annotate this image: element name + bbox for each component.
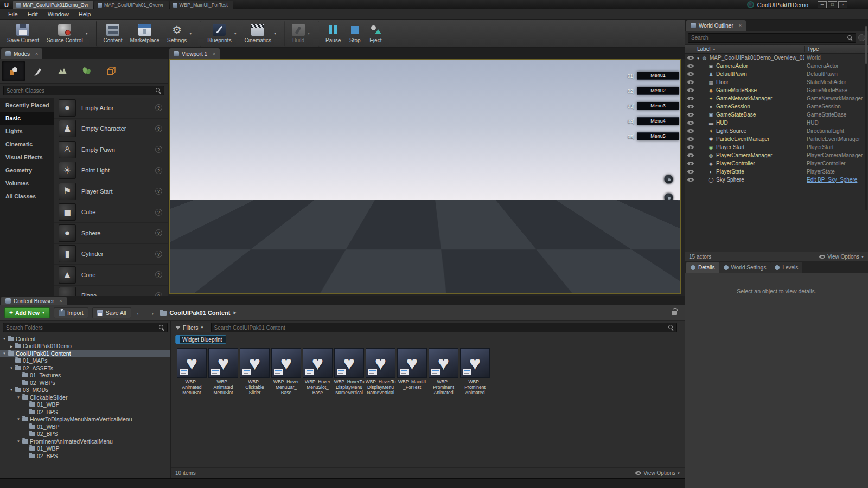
outliner-row[interactable]: ◎ PlayerCameraManager PlayerCameraManage… bbox=[685, 151, 868, 159]
visibility-eye-icon[interactable] bbox=[687, 137, 694, 141]
toolbar-button[interactable]: Eject ▼ bbox=[365, 21, 386, 47]
outliner-row[interactable]: ◉ Player Start PlayerStart bbox=[685, 143, 868, 151]
folder-tree-row[interactable]: 02_BPS bbox=[0, 431, 170, 438]
type-column-header[interactable]: Type bbox=[804, 46, 868, 52]
menu-item[interactable]: Help bbox=[74, 9, 96, 20]
visibility-eye-icon[interactable] bbox=[687, 121, 694, 125]
outliner-row[interactable]: ▣ GameStateBase GameStateBase bbox=[685, 111, 868, 119]
help-icon[interactable]: ? bbox=[155, 167, 162, 174]
placeable-item[interactable]: ▮ Cylinder ? bbox=[54, 244, 168, 265]
help-icon[interactable]: ? bbox=[155, 125, 162, 132]
folder-tree-row[interactable]: ▶ CoolUIPak01Demo bbox=[0, 343, 170, 350]
add-new-button[interactable]: + Add New ▼ bbox=[4, 307, 50, 318]
outliner-row[interactable]: ✱ ParticleEventManager ParticleEventMana… bbox=[685, 135, 868, 143]
tree-expander-arrow[interactable]: ▼ bbox=[16, 440, 21, 443]
placeable-item[interactable]: ☀ Point Light ? bbox=[54, 160, 168, 182]
slider-dot[interactable] bbox=[376, 253, 380, 256]
visibility-eye-icon[interactable] bbox=[687, 145, 694, 149]
visibility-eye-icon[interactable] bbox=[687, 162, 694, 165]
toolbar-button[interactable]: Pause ▼ bbox=[318, 21, 344, 47]
modes-category[interactable]: Geometry bbox=[0, 164, 54, 177]
search-assets-input[interactable] bbox=[214, 325, 666, 331]
outliner-row[interactable]: ▦ Floor StaticMeshActor bbox=[685, 78, 868, 86]
help-icon[interactable]: ? bbox=[155, 292, 162, 296]
toolbar-button[interactable]: Build ▼ bbox=[284, 21, 314, 47]
asset-tile[interactable]: WBP_MainUI _ForTest bbox=[397, 348, 427, 390]
placeable-item[interactable]: ▲ Cone ? bbox=[54, 265, 168, 286]
placeable-item[interactable]: ▬ Plane ? bbox=[54, 286, 168, 296]
help-icon[interactable]: ? bbox=[155, 146, 162, 153]
mode-landscape-button[interactable] bbox=[51, 61, 74, 81]
folder-tree-row[interactable]: ▼ Content bbox=[0, 335, 170, 343]
visibility-eye-icon[interactable] bbox=[687, 72, 694, 76]
menu-item[interactable]: Edit bbox=[23, 9, 43, 20]
folder-tree-row[interactable]: ▼ 02_ASSETs bbox=[0, 364, 170, 372]
close-icon[interactable]: × bbox=[59, 298, 62, 304]
folder-tree-row[interactable]: 02_WBPs bbox=[0, 379, 170, 387]
outliner-row[interactable]: ● GameSession GameSession bbox=[685, 102, 868, 111]
folder-tree-row[interactable]: ▼ HoverToDisplayMenuNameVerticalMenu bbox=[0, 416, 170, 423]
folder-tree-row[interactable]: 02_BPS bbox=[0, 452, 170, 460]
filter-chip[interactable]: Widget Blueprint bbox=[175, 335, 226, 344]
toolbar-button[interactable]: Cinematics ▼ bbox=[241, 21, 280, 47]
search-classes-input[interactable] bbox=[7, 88, 154, 94]
asset-tile[interactable]: WBP_ Clickable Slider bbox=[239, 348, 270, 395]
slider-knob[interactable] bbox=[512, 275, 522, 285]
asset-tile[interactable]: WBP_HoverTo DisplayMenu NameVertical bbox=[365, 348, 396, 395]
visibility-eye-icon[interactable] bbox=[687, 64, 694, 68]
toolbar-button[interactable]: Content ▼ bbox=[96, 21, 126, 47]
placeable-item[interactable]: ⚑ Player Start ? bbox=[54, 181, 168, 202]
outliner-search-input[interactable] bbox=[691, 35, 845, 41]
content-browser-tab[interactable]: Content Browser × bbox=[1, 297, 67, 305]
folder-tree-row[interactable]: 01_MAPs bbox=[0, 357, 170, 365]
outliner-row[interactable]: ◈ PlayerController PlayerController bbox=[685, 159, 868, 168]
mode-geometry-button[interactable] bbox=[100, 61, 123, 81]
visibility-eye-icon[interactable] bbox=[687, 153, 694, 157]
visibility-eye-icon[interactable] bbox=[687, 129, 694, 133]
breadcrumb-arrow-icon[interactable]: ▶ bbox=[233, 311, 236, 315]
forward-button[interactable]: → bbox=[148, 309, 156, 317]
close-icon[interactable]: × bbox=[739, 23, 742, 28]
help-icon[interactable]: ? bbox=[155, 271, 162, 278]
tree-expander-arrow[interactable]: ▼ bbox=[16, 396, 21, 399]
help-icon[interactable]: ? bbox=[155, 209, 162, 216]
slider-knob[interactable] bbox=[484, 249, 495, 260]
close-icon[interactable]: × bbox=[35, 51, 38, 56]
asset-tile[interactable]: WBP_ Animated MenuSlot bbox=[208, 348, 239, 395]
visibility-eye-icon[interactable] bbox=[687, 170, 694, 174]
folder-tree-row[interactable]: ▼ CoolUIPak01 Content bbox=[0, 350, 170, 357]
modes-category[interactable]: All Classes bbox=[0, 190, 54, 203]
slider-knob[interactable] bbox=[361, 275, 372, 285]
toolbar-button[interactable]: Marketplace ▼ bbox=[126, 21, 163, 47]
asset-tile[interactable]: WBP_HoverTo DisplayMenu NameVertical bbox=[334, 348, 365, 395]
close-icon[interactable]: × bbox=[213, 51, 215, 56]
help-icon[interactable]: ? bbox=[155, 229, 162, 236]
toolbar-button[interactable]: Settings ▼ bbox=[163, 21, 196, 47]
tree-expander-arrow[interactable]: ▶ bbox=[9, 344, 14, 348]
asset-tile[interactable]: WBP_ Prominent Animated bbox=[459, 348, 490, 395]
in-game-menu-button[interactable]: Menu1 bbox=[637, 72, 679, 80]
document-tab[interactable]: MAP_CoolUIPak01Demo_Ovi bbox=[13, 1, 93, 9]
save-all-button[interactable]: Save All bbox=[92, 307, 131, 318]
lock-icon[interactable] bbox=[672, 311, 677, 315]
placeable-item[interactable]: ● Empty Actor ? bbox=[54, 98, 168, 119]
outliner-search-box[interactable] bbox=[688, 33, 856, 43]
toolbar-button[interactable]: Source Control ▼ bbox=[43, 21, 92, 47]
vertical-menu-icon[interactable] bbox=[664, 211, 673, 221]
tree-expander-arrow[interactable]: ▼ bbox=[2, 337, 7, 341]
mode-paint-button[interactable] bbox=[27, 61, 49, 81]
folder-tree-row[interactable]: ▼ ClickableSlider bbox=[0, 394, 170, 401]
menu-item[interactable]: File bbox=[3, 9, 23, 20]
view-options-button[interactable]: View Options bbox=[827, 254, 859, 260]
modes-category[interactable]: Cinematic bbox=[0, 138, 54, 151]
view-options-button[interactable]: View Options bbox=[643, 470, 675, 476]
outliner-row[interactable]: ▬ HUD HUD bbox=[685, 119, 868, 127]
visibility-eye-icon[interactable] bbox=[687, 80, 694, 84]
folder-tree-row[interactable]: 01_WBP bbox=[0, 423, 170, 431]
folder-tree-row[interactable]: ▼ ProminentAnimatedVerticalMenu bbox=[0, 438, 170, 445]
asset-tile[interactable]: WBP_ Animated MenuBar bbox=[176, 348, 207, 395]
outliner-row[interactable]: ◐ PlayerState PlayerState bbox=[685, 168, 868, 176]
details-tab[interactable]: Levels bbox=[770, 262, 802, 273]
placeable-item[interactable]: ♙ Empty Pawn ? bbox=[54, 139, 168, 160]
slider-knob[interactable] bbox=[359, 249, 369, 260]
